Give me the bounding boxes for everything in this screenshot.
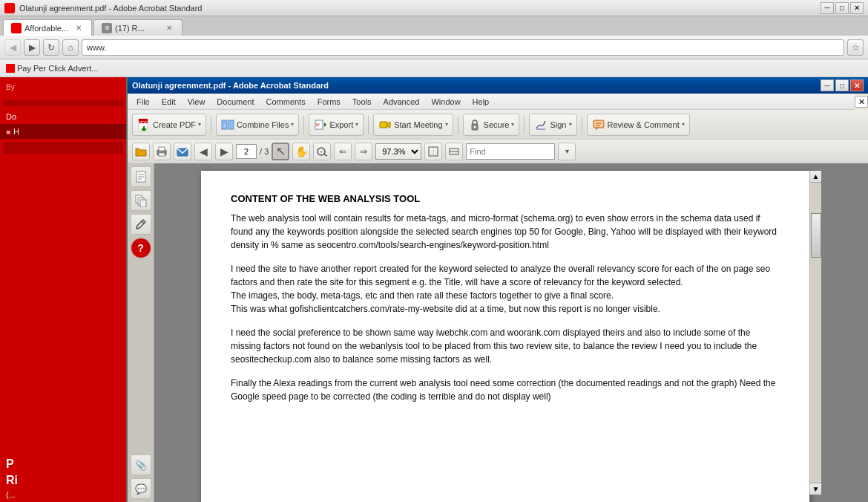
go-forward-button[interactable]: ⇒ bbox=[355, 143, 372, 160]
tab-close-1[interactable]: ✕ bbox=[73, 23, 84, 33]
create-pdf-dropdown[interactable]: ▾ bbox=[198, 121, 201, 128]
review-comment-dropdown[interactable]: ▾ bbox=[682, 121, 685, 128]
fit-page-button[interactable] bbox=[424, 143, 442, 160]
menu-tools[interactable]: Tools bbox=[346, 96, 378, 108]
menu-forms[interactable]: Forms bbox=[312, 96, 346, 108]
create-pdf-button[interactable]: PDF Create PDF ▾ bbox=[132, 114, 206, 136]
find-input[interactable] bbox=[466, 143, 555, 160]
pdf-heading: CONTENT OF THE WEB ANALYSIS TOOL bbox=[231, 193, 780, 204]
acrobat-title-text: Olatunji agreenment.pdf - Adobe Acrobat … bbox=[132, 81, 329, 90]
star-button[interactable]: ☆ bbox=[847, 39, 864, 56]
menu-document[interactable]: Document bbox=[211, 96, 260, 108]
zoom-dropdown[interactable]: 97.3% 50% 75% 100% 125% 150% bbox=[375, 143, 421, 160]
print-button[interactable] bbox=[153, 143, 171, 160]
separator-1 bbox=[211, 116, 211, 134]
acrobat-maximize[interactable]: □ bbox=[835, 79, 849, 91]
start-meeting-button[interactable]: Start Meeting ▾ bbox=[373, 114, 453, 136]
panel-edit-icon[interactable] bbox=[131, 214, 151, 235]
panel-bookmarks-icon[interactable] bbox=[131, 166, 151, 187]
address-bar[interactable] bbox=[82, 39, 844, 56]
combine-files-button[interactable]: + Combine Files ▾ bbox=[216, 114, 299, 136]
menu-file[interactable]: File bbox=[131, 96, 156, 108]
acrobat-menu-close-button[interactable]: ✕ bbox=[855, 96, 868, 108]
tab-favicon-1 bbox=[11, 23, 22, 33]
nav-bar: ◀ ▶ ↻ ⌂ ☆ bbox=[0, 36, 868, 59]
prev-page-button[interactable]: ◀ bbox=[194, 143, 212, 160]
sidebar-do-label: Do bbox=[0, 109, 126, 124]
sign-button[interactable]: Sign ▾ bbox=[529, 114, 576, 136]
review-comment-button[interactable]: Review & Comment ▾ bbox=[587, 114, 690, 136]
acrobat-close[interactable]: ✕ bbox=[850, 79, 864, 91]
acrobat-minimize[interactable]: ─ bbox=[821, 79, 834, 91]
scrollbar-track[interactable] bbox=[810, 183, 821, 483]
menu-view[interactable]: View bbox=[182, 96, 211, 108]
review-comment-label: Review & Comment bbox=[608, 120, 680, 129]
separator-6 bbox=[582, 116, 582, 134]
title-bar-title: Olatunji agreenment.pdf - Adobe Acrobat … bbox=[19, 4, 202, 13]
svg-rect-14 bbox=[380, 122, 387, 128]
sign-label: Sign bbox=[550, 120, 566, 129]
close-button[interactable]: ✕ bbox=[850, 2, 864, 14]
panel-attachment-icon[interactable]: 📎 bbox=[131, 454, 151, 475]
page-number-input[interactable] bbox=[236, 144, 257, 159]
sidebar-bottom bbox=[0, 139, 126, 454]
start-meeting-label: Start Meeting bbox=[394, 120, 442, 129]
combine-files-dropdown[interactable]: ▾ bbox=[291, 121, 294, 128]
menu-comments[interactable]: Comments bbox=[260, 96, 312, 108]
question-mark: ? bbox=[137, 242, 144, 254]
title-bar: Olatunji agreenment.pdf - Adobe Acrobat … bbox=[0, 0, 868, 16]
scrollbar-down-button[interactable]: ▼ bbox=[810, 483, 821, 495]
menu-help[interactable]: Help bbox=[467, 96, 496, 108]
tab-label-2: (17) R... bbox=[115, 24, 145, 33]
hand-tool-button[interactable]: ✋ bbox=[292, 143, 310, 160]
tab-close-2[interactable]: ✕ bbox=[164, 23, 174, 33]
create-pdf-label: Create PDF bbox=[153, 120, 196, 129]
scrollbar-thumb[interactable] bbox=[811, 213, 821, 258]
fit-width-button[interactable] bbox=[445, 143, 463, 160]
start-meeting-dropdown[interactable]: ▾ bbox=[445, 121, 448, 128]
title-bar-left: Olatunji agreenment.pdf - Adobe Acrobat … bbox=[4, 3, 202, 13]
svg-line-28 bbox=[324, 154, 327, 156]
go-back-button[interactable]: ⇐ bbox=[334, 143, 352, 160]
cursor-tool-button[interactable]: ↖ bbox=[272, 143, 289, 160]
scrollbar-up-button[interactable]: ▲ bbox=[810, 171, 821, 183]
open-folder-button[interactable] bbox=[132, 143, 150, 160]
secure-dropdown[interactable]: ▾ bbox=[511, 121, 514, 128]
page-total-label: / 3 bbox=[260, 147, 269, 156]
svg-point-17 bbox=[473, 126, 476, 128]
panel-pages-icon[interactable] bbox=[131, 190, 151, 211]
menu-advanced[interactable]: Advanced bbox=[378, 96, 426, 108]
pdf-scrollbar[interactable]: ▲ ▼ bbox=[809, 171, 821, 495]
forward-button[interactable]: ▶ bbox=[24, 39, 40, 56]
email-button[interactable] bbox=[174, 143, 191, 160]
next-page-button[interactable]: ▶ bbox=[215, 143, 233, 160]
nav-right-buttons: ☆ bbox=[847, 39, 864, 56]
acrobat-nav-toolbar: ◀ ▶ / 3 ↖ ✋ + ⇐ bbox=[128, 140, 868, 163]
tab-2[interactable]: ⊕ (17) R... ✕ bbox=[93, 19, 183, 36]
sidebar-r-label: Ri bbox=[0, 474, 126, 490]
secure-label: Secure bbox=[484, 120, 510, 129]
menu-window[interactable]: Window bbox=[425, 96, 466, 108]
zoom-marquee-button[interactable]: + bbox=[313, 143, 331, 160]
tab-1[interactable]: Affordable... ✕ bbox=[3, 19, 92, 36]
separator-4 bbox=[458, 116, 458, 134]
minimize-button[interactable]: ─ bbox=[821, 2, 834, 14]
home-button[interactable]: ⌂ bbox=[62, 39, 79, 56]
back-button[interactable]: ◀ bbox=[4, 39, 21, 56]
secure-button[interactable]: Secure ▾ bbox=[463, 114, 520, 136]
reload-button[interactable]: ↻ bbox=[43, 39, 59, 56]
maximize-button[interactable]: □ bbox=[835, 2, 849, 14]
export-dropdown[interactable]: ▾ bbox=[355, 121, 358, 128]
acrobat-toolbar: PDF Create PDF ▾ bbox=[128, 110, 868, 140]
svg-line-41 bbox=[142, 221, 144, 224]
bookmark-item-1[interactable]: Pay Per Click Advert... bbox=[6, 64, 98, 73]
find-dropdown-button[interactable]: ▾ bbox=[558, 143, 576, 160]
pdf-paragraph-3: I need the social preference to be shown… bbox=[231, 326, 780, 366]
panel-help-icon[interactable]: ? bbox=[131, 238, 151, 258]
sign-dropdown[interactable]: ▾ bbox=[569, 121, 572, 128]
export-button[interactable]: W Export ▾ bbox=[309, 114, 364, 136]
svg-text:+: + bbox=[320, 149, 323, 154]
panel-comment-icon[interactable]: 💬 bbox=[131, 478, 151, 499]
separator-5 bbox=[524, 116, 525, 134]
menu-edit[interactable]: Edit bbox=[156, 96, 182, 108]
